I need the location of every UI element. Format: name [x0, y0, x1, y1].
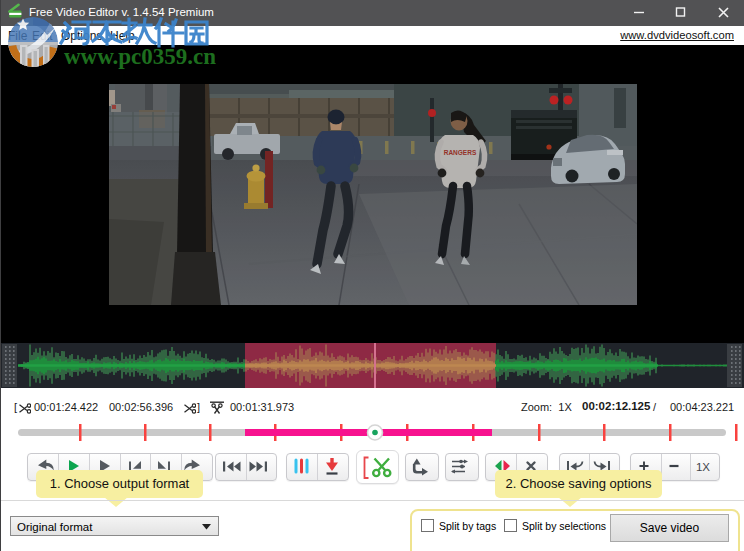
svg-text:1X: 1X: [696, 461, 710, 473]
svg-text:www.pc0359.cn: www.pc0359.cn: [64, 44, 216, 69]
